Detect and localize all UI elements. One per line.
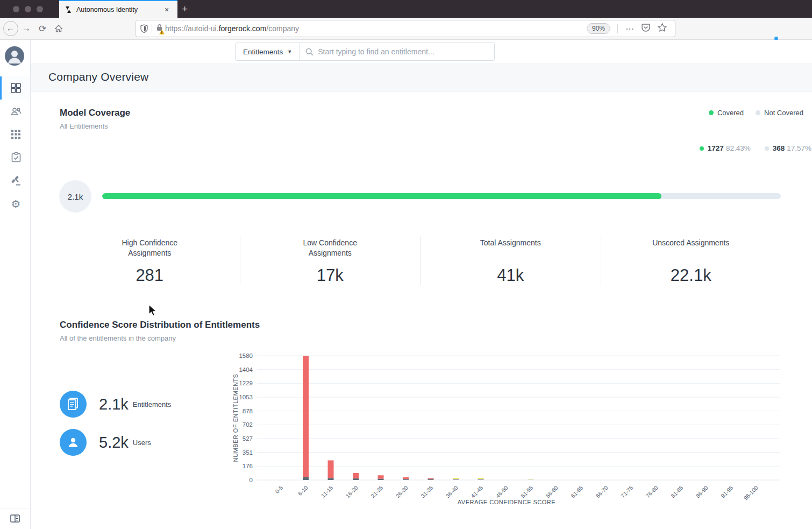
docs-panel-icon xyxy=(10,514,20,523)
svg-text:16-20: 16-20 xyxy=(344,484,359,499)
svg-text:81-85: 81-85 xyxy=(669,484,685,499)
covered-dot-icon xyxy=(709,110,714,115)
not-covered-dot-icon xyxy=(765,146,769,151)
sidebar-nav: ⚙ xyxy=(0,76,30,215)
distribution-title: Confidence Score Distribution of Entitle… xyxy=(60,320,260,330)
svg-text:1053: 1053 xyxy=(239,394,253,400)
mouse-cursor xyxy=(148,304,158,317)
sidebar-item-dashboard[interactable] xyxy=(0,76,30,100)
home-icon[interactable] xyxy=(51,20,67,37)
svg-text:46-50: 46-50 xyxy=(494,484,509,499)
entitlements-label: Entitlements xyxy=(133,400,172,408)
svg-text:6-10: 6-10 xyxy=(297,484,309,497)
browser-toolbar: ← → ⟳ https://autoid-ui.forgerock.com/co… xyxy=(0,18,812,40)
svg-text:11-15: 11-15 xyxy=(319,484,334,499)
coverage-progress-bar xyxy=(102,193,781,199)
svg-text:351: 351 xyxy=(243,449,253,456)
svg-text:41-45: 41-45 xyxy=(469,484,485,499)
chevron-down-icon: ▼ xyxy=(287,49,292,54)
svg-text:0-5: 0-5 xyxy=(274,484,284,495)
users-label: Users xyxy=(133,439,151,447)
sidebar-item-applications[interactable] xyxy=(0,123,30,146)
forward-icon[interactable]: → xyxy=(18,20,34,37)
sidebar-item-tasks[interactable] xyxy=(0,146,30,169)
zoom-level-badge[interactable]: 90% xyxy=(587,23,610,34)
tab-close-icon[interactable]: × xyxy=(161,5,172,14)
apps-grid-icon xyxy=(11,130,20,139)
users-circle xyxy=(60,429,87,456)
browser-tab[interactable]: Autonomous Identity × xyxy=(59,0,177,18)
stat-unscored-assignments: Unscored Assignments 22.1k xyxy=(601,236,781,285)
legend-covered: Covered xyxy=(709,109,744,117)
coverage-legend: Covered Not Covered xyxy=(709,109,803,117)
url-divider xyxy=(152,24,152,33)
gear-icon: ⚙ xyxy=(11,199,21,209)
not-covered-dot-icon xyxy=(756,110,760,115)
entitlements-circle xyxy=(60,391,87,418)
model-coverage-subtitle: All Entitlements xyxy=(60,122,130,130)
window-maximize-button[interactable] xyxy=(37,6,43,12)
sidebar-item-docs[interactable] xyxy=(0,509,30,525)
tracking-shield-icon[interactable] xyxy=(140,24,148,33)
user-icon xyxy=(67,436,80,449)
screen: Autonomous Identity × + ← → ⟳ https://au… xyxy=(0,0,812,529)
coverage-progress-fill xyxy=(102,193,661,199)
entitlement-search[interactable] xyxy=(300,43,495,61)
bookmark-star-icon[interactable] xyxy=(654,23,671,34)
svg-text:66-70: 66-70 xyxy=(594,484,609,499)
dashboard-icon xyxy=(11,83,21,93)
gavel-icon xyxy=(11,175,21,186)
svg-text:26-30: 26-30 xyxy=(394,484,409,499)
new-tab-button[interactable]: + xyxy=(182,3,188,15)
sidebar-item-settings[interactable]: ⚙ xyxy=(0,192,30,215)
connection-lock-icon[interactable] xyxy=(156,24,163,34)
svg-text:91-95: 91-95 xyxy=(720,484,735,499)
window-close-button[interactable] xyxy=(13,6,19,12)
browser-titlebar: Autonomous Identity × + xyxy=(0,0,812,18)
svg-text:31-35: 31-35 xyxy=(419,484,435,499)
forgerock-favicon xyxy=(65,6,72,13)
svg-text:NUMBER OF ENTITLEMENTS: NUMBER OF ENTITLEMENTS xyxy=(232,374,239,462)
coverage-counts: 172782.43% 36817.57% xyxy=(700,144,811,152)
clipboard-check-icon xyxy=(11,152,21,163)
entitlements-value: 2.1k xyxy=(99,396,129,413)
svg-text:176: 176 xyxy=(243,463,253,469)
stat-total-assignments: Total Assignments 41k xyxy=(420,236,601,285)
distribution-subtitle: All of the entitlements in the company xyxy=(60,334,260,342)
covered-count-group: 172782.43% xyxy=(700,144,751,152)
svg-text:1229: 1229 xyxy=(239,380,253,386)
entity-type-dropdown[interactable]: Entitlements ▼ xyxy=(235,43,300,61)
user-avatar[interactable] xyxy=(5,46,24,66)
top-search-bar: Entitlements ▼ xyxy=(31,40,812,63)
svg-text:AVERAGE CONFIDENCE SCORE: AVERAGE CONFIDENCE SCORE xyxy=(458,499,555,505)
back-icon[interactable]: ← xyxy=(3,21,18,36)
main-content: Entitlements ▼ Company Overview Model Co… xyxy=(31,40,812,529)
confidence-distribution-chart: 01763515277028781053122914041580NUMBER O… xyxy=(231,349,785,511)
bar-chart-svg: 01763515277028781053122914041580NUMBER O… xyxy=(231,349,785,511)
model-coverage-title: Model Coverage xyxy=(60,108,130,118)
search-input[interactable] xyxy=(318,47,489,56)
svg-text:527: 527 xyxy=(243,435,253,442)
svg-text:76-80: 76-80 xyxy=(644,484,659,499)
pocket-icon[interactable] xyxy=(638,24,654,34)
svg-text:86-90: 86-90 xyxy=(694,484,709,499)
svg-text:21-25: 21-25 xyxy=(369,484,384,499)
url-text[interactable]: https://autoid-ui.forgerock.com/company xyxy=(165,24,587,33)
sidebar-item-identities[interactable] xyxy=(0,100,30,123)
users-value: 5.2k xyxy=(99,434,129,452)
page-actions-icon[interactable]: ⋯ xyxy=(622,24,638,34)
assignment-stats: High ConfidenceAssignments 281 Low Confi… xyxy=(60,236,781,285)
window-minimize-button[interactable] xyxy=(25,6,31,12)
svg-text:71-75: 71-75 xyxy=(619,484,635,499)
svg-text:1580: 1580 xyxy=(239,352,253,359)
tab-title: Autonomous Identity xyxy=(76,6,161,13)
url-bar[interactable]: https://autoid-ui.forgerock.com/company … xyxy=(136,20,675,37)
stat-high-confidence: High ConfidenceAssignments 281 xyxy=(60,236,240,285)
warning-triangle-icon xyxy=(159,30,165,34)
not-covered-count-group: 36817.57% xyxy=(765,144,811,152)
reload-icon[interactable]: ⟳ xyxy=(34,20,51,37)
svg-text:51-55: 51-55 xyxy=(519,484,535,499)
sidebar-item-rules[interactable] xyxy=(0,169,30,192)
svg-text:878: 878 xyxy=(243,408,253,414)
svg-text:96-100: 96-100 xyxy=(742,484,759,502)
